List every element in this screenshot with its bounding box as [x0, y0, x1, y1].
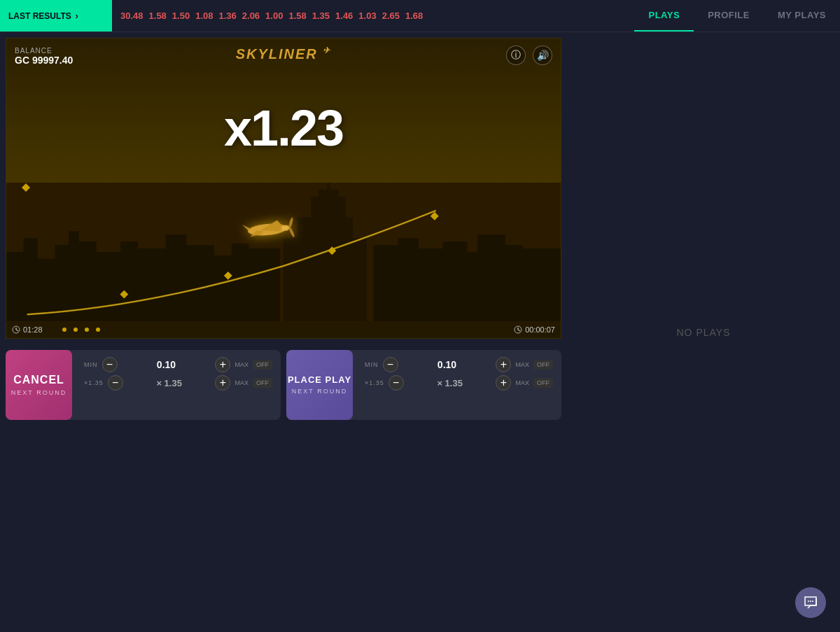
left-panel: BALANCE GC 99997.40 SKYLINER ✈ ⓘ 🔊 x1.23…	[0, 32, 567, 632]
game-controls-top: ⓘ 🔊	[506, 45, 552, 65]
result-item: 30.48	[120, 10, 144, 21]
result-item: 1.35	[312, 10, 330, 21]
svg-marker-28	[120, 290, 128, 298]
mult-decrease-1[interactable]: −	[108, 375, 123, 391]
amount-value-2: 0.10	[402, 359, 492, 370]
results-list: 30.481.581.501.081.362.061.001.581.351.4…	[112, 10, 634, 21]
result-item: 1.46	[335, 10, 353, 21]
balance-value: GC 99997.40	[15, 55, 73, 66]
amount-increase-2[interactable]: +	[496, 357, 511, 372]
bet-controls-1: MIN − 0.10 + MAX OFF ×1.35 − × 1.35 + MA…	[84, 357, 272, 391]
result-item: 1.50	[172, 10, 190, 21]
amount-value-1: 0.10	[122, 359, 211, 370]
multiplier-row-2: ×1.35 − × 1.35 + MAX OFF	[365, 375, 553, 391]
progress-bar: 01:28 00:00:07	[6, 321, 561, 338]
result-item: 1.00	[265, 10, 283, 21]
mult-min-label-1: ×1.35	[84, 379, 104, 386]
cancel-label: CANCEL	[13, 374, 64, 386]
chat-button[interactable]	[795, 587, 826, 618]
amount-min-label-1: MIN	[84, 361, 98, 368]
controls-panel: CANCEL NEXT ROUND MIN − 0.10 + MAX OFF	[0, 344, 567, 426]
svg-marker-39	[22, 183, 30, 192]
result-item: 2.65	[382, 10, 400, 21]
place-label: PLACE PLAY	[288, 374, 351, 386]
no-plays-text: NO PLAYS	[573, 38, 834, 626]
mult-max-label-1: MAX	[234, 379, 248, 386]
time-right: 00:00:07	[514, 325, 555, 334]
svg-marker-29	[224, 272, 232, 280]
time-right-value: 00:00:07	[525, 325, 555, 334]
bet-controls-2: MIN − 0.10 + MAX OFF ×1.35 − × 1.35 + MA…	[365, 357, 553, 391]
result-item: 1.58	[288, 10, 306, 21]
cancel-sub: NEXT ROUND	[11, 389, 66, 396]
nav-tab-plays[interactable]: PLAYS	[634, 0, 694, 31]
mult-increase-1[interactable]: +	[215, 375, 230, 391]
mult-value-2: × 1.35	[408, 378, 492, 388]
amount-decrease-1[interactable]: −	[102, 357, 118, 372]
amount-increase-1[interactable]: +	[215, 357, 230, 372]
game-logo: SKYLINER ✈	[236, 45, 332, 62]
nav-tab-profile[interactable]: PROFILE	[694, 0, 764, 31]
place-sub: NEXT ROUND	[292, 388, 347, 395]
mult-off-2[interactable]: OFF	[533, 378, 553, 388]
cancel-button[interactable]: CANCEL NEXT ROUND	[6, 350, 72, 420]
sound-button[interactable]: 🔊	[533, 45, 552, 65]
nav-tab-my-plays[interactable]: MY PLAYS	[764, 0, 840, 31]
airplane	[238, 212, 297, 250]
nav-tabs: PLAYSPROFILEMY PLAYS	[634, 0, 840, 31]
result-item: 1.08	[195, 10, 213, 21]
mult-off-1[interactable]: OFF	[253, 378, 272, 388]
info-button[interactable]: ⓘ	[506, 45, 526, 65]
result-item: 2.06	[242, 10, 260, 21]
svg-point-47	[810, 601, 811, 602]
game-canvas: BALANCE GC 99997.40 SKYLINER ✈ ⓘ 🔊 x1.23…	[6, 38, 561, 339]
bet-panel-1: CANCEL NEXT ROUND MIN − 0.10 + MAX OFF	[6, 350, 281, 420]
amount-min-label-2: MIN	[365, 361, 379, 368]
balance-label: BALANCE	[15, 47, 73, 55]
amount-row-2: MIN − 0.10 + MAX OFF	[365, 357, 553, 372]
amount-off-2[interactable]: OFF	[533, 360, 553, 370]
mult-value-1: × 1.35	[127, 378, 211, 388]
result-item: 1.36	[218, 10, 236, 21]
result-item: 1.68	[405, 10, 423, 21]
amount-max-label-2: MAX	[515, 361, 529, 368]
mult-decrease-2[interactable]: −	[388, 375, 404, 391]
time-left: 01:28	[12, 325, 43, 334]
result-item: 1.58	[149, 10, 167, 21]
place-play-button[interactable]: PLACE PLAY NEXT ROUND	[286, 350, 353, 420]
svg-line-42	[16, 330, 18, 331]
multiplier-display: x1.23	[224, 99, 343, 157]
svg-point-48	[812, 601, 813, 602]
main-layout: BALANCE GC 99997.40 SKYLINER ✈ ⓘ 🔊 x1.23…	[0, 32, 840, 632]
amount-max-label-1: MAX	[234, 361, 248, 368]
chevron-right-icon: ›	[76, 11, 78, 21]
top-bar: LAST RESULTS › 30.481.581.501.081.362.06…	[0, 0, 840, 32]
left-indicator	[22, 182, 30, 195]
svg-point-46	[808, 601, 809, 602]
result-item: 1.03	[358, 10, 376, 21]
amount-decrease-2[interactable]: −	[383, 357, 398, 372]
right-panel: NO PLAYS	[567, 32, 840, 632]
time-left-value: 01:28	[23, 325, 43, 334]
svg-rect-9	[327, 183, 330, 197]
svg-marker-35	[242, 224, 252, 230]
mult-increase-2[interactable]: +	[496, 375, 511, 391]
progress-dots	[62, 328, 491, 332]
bet-panel-2: PLACE PLAY NEXT ROUND MIN − 0.10 + MAX O…	[286, 350, 561, 420]
last-results-button[interactable]: LAST RESULTS ›	[0, 0, 112, 31]
mult-max-label-2: MAX	[515, 379, 529, 386]
amount-off-1[interactable]: OFF	[253, 360, 272, 370]
multiplier-row-1: ×1.35 − × 1.35 + MAX OFF	[84, 375, 272, 391]
mult-min-label-2: ×1.35	[365, 379, 384, 386]
svg-line-45	[518, 330, 520, 331]
balance-info: BALANCE GC 99997.40	[15, 47, 73, 66]
last-results-label: LAST RESULTS	[8, 11, 71, 21]
amount-row-1: MIN − 0.10 + MAX OFF	[84, 357, 272, 372]
